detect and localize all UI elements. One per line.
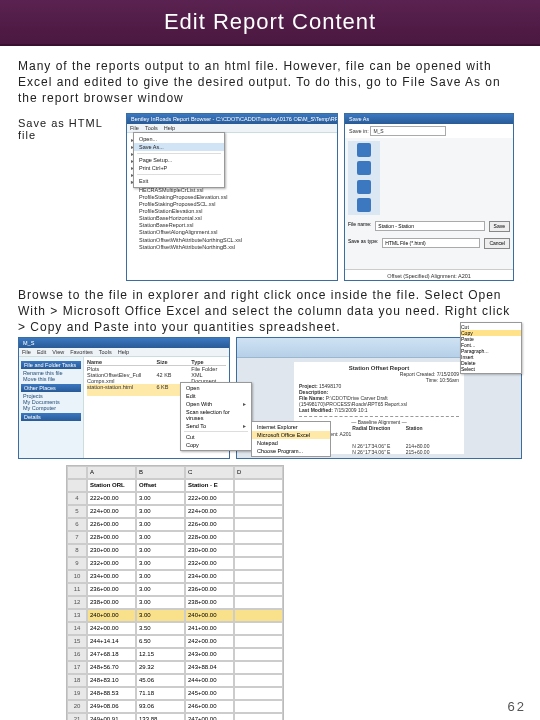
cell-value[interactable]: 236+00.00 [87,583,136,596]
col-header[interactable]: A [87,466,136,479]
col-header[interactable]: C [185,466,234,479]
cell-value[interactable] [234,570,283,583]
cell-value[interactable]: 228+00.00 [185,531,234,544]
cell-value[interactable]: 226+00.00 [87,518,136,531]
cell-value[interactable]: 245+00.00 [185,687,234,700]
cell-value[interactable]: 224+00.00 [185,505,234,518]
menu-file[interactable]: File [130,125,139,131]
menu-item-save-as[interactable]: Save As... [134,143,224,151]
row-number[interactable]: 14 [67,622,87,635]
cell-value[interactable]: 228+00.00 [87,531,136,544]
row-number[interactable]: 15 [67,635,87,648]
row-number[interactable]: 9 [67,557,87,570]
exp-menu-help[interactable]: Help [118,349,129,355]
filename-input[interactable]: Station - Station [375,221,484,231]
type-input[interactable]: HTML File (*.html) [382,238,480,248]
cell-value[interactable]: 3.00 [136,609,185,622]
cell-value[interactable]: 3.00 [136,492,185,505]
cell-value[interactable] [234,557,283,570]
cell-value[interactable]: 248+56.70 [87,661,136,674]
ctx-scan[interactable]: Scan selection for viruses [181,408,251,422]
cell-value[interactable]: 230+00.00 [87,544,136,557]
cell-value[interactable]: 243+00.00 [185,648,234,661]
cell-value[interactable] [234,596,283,609]
cell-value[interactable]: 234+00.00 [185,570,234,583]
file-item[interactable]: StationOffsetElev_Full Comps.xml [87,372,157,384]
cell-value[interactable]: 236+00.00 [185,583,234,596]
save-button[interactable]: Save [489,221,510,232]
file-item-selected[interactable]: station-station.html [87,384,157,396]
tree-leaf[interactable]: ProfileStakingProposedElevation.xsl [139,194,333,201]
cell-value[interactable]: 45.06 [136,674,185,687]
cell-value[interactable] [234,544,283,557]
menu-item-exit[interactable]: Exit [134,177,224,185]
cell-value[interactable]: 226+00.00 [185,518,234,531]
row-number[interactable]: 13 [67,609,87,622]
cell-value[interactable]: 3.50 [136,622,185,635]
place-recent-icon[interactable] [357,143,371,157]
cell-value[interactable]: 3.00 [136,570,185,583]
place-mydocs-icon[interactable] [357,180,371,194]
cell-value[interactable]: 248+88.53 [87,687,136,700]
cell-value[interactable] [234,609,283,622]
row-number[interactable]: 6 [67,518,87,531]
cell-value[interactable]: 93.06 [136,700,185,713]
tree-leaf[interactable]: HECRASMultipleCrList.xsl [139,187,333,194]
menu-tools[interactable]: Tools [145,125,158,131]
lookin-field[interactable]: M_S [370,126,446,136]
openwith-excel[interactable]: Microsoft Office Excel [252,431,330,439]
cell-value[interactable]: 29.32 [136,661,185,674]
col-size[interactable]: Size [157,359,192,365]
cell-value[interactable]: 241+00.00 [185,622,234,635]
place-mycomputer-icon[interactable] [357,198,371,212]
cell-value[interactable]: 71.18 [136,687,185,700]
cell-value[interactable]: 246+00.00 [185,700,234,713]
row-number[interactable]: 19 [67,687,87,700]
col-header[interactable]: B [136,466,185,479]
cell-value[interactable]: 240+00.00 [87,609,136,622]
menu-item-open[interactable]: Open... [134,135,224,143]
cell-value[interactable]: 247+00.00 [185,713,234,720]
row-number[interactable]: 8 [67,544,87,557]
cell-value[interactable]: 3.00 [136,505,185,518]
ctx-cut[interactable]: Cut [181,433,251,441]
cell-value[interactable]: 222+00.00 [87,492,136,505]
cell-value[interactable] [234,583,283,596]
cell-value[interactable]: 3.00 [136,518,185,531]
row-number[interactable]: 5 [67,505,87,518]
tree-leaf[interactable]: StationOffsetAlongAlignment.xsl [139,229,333,236]
menu-item-print[interactable]: Print Ctrl+P [134,164,224,172]
ctx-send-to[interactable]: Send To [181,422,251,430]
cell-value[interactable]: 133.88 [136,713,185,720]
row-number[interactable]: 7 [67,531,87,544]
cell-value[interactable] [234,635,283,648]
sidebar-item[interactable]: Move this file [21,376,81,382]
exp-menu-edit[interactable]: Edit [37,349,46,355]
cell-value[interactable] [234,674,283,687]
cell-value[interactable] [234,505,283,518]
cell-value[interactable] [234,700,283,713]
exp-menu-view[interactable]: View [52,349,64,355]
cell-value[interactable]: 249+00.91 [87,713,136,720]
cell-value[interactable] [234,648,283,661]
menu-help[interactable]: Help [164,125,175,131]
cell-value[interactable]: 243+88.04 [185,661,234,674]
cell-value[interactable]: 232+00.00 [87,557,136,570]
cell-value[interactable] [234,531,283,544]
cell-value[interactable]: 3.00 [136,531,185,544]
tree-leaf[interactable]: StationBaseHorizontal.xsl [139,215,333,222]
cell-value[interactable] [234,687,283,700]
openwith-ie[interactable]: Internet Explorer [252,423,330,431]
cell-value[interactable]: 224+00.00 [87,505,136,518]
cell-value[interactable]: 242+00.00 [87,622,136,635]
exp-menu-fav[interactable]: Favorites [70,349,93,355]
col-name[interactable]: Name [87,359,157,365]
place-desktop-icon[interactable] [357,161,371,175]
row-number[interactable]: 11 [67,583,87,596]
ctx-copy[interactable]: Copy [181,441,251,449]
cell-value[interactable]: 3.00 [136,596,185,609]
row-number[interactable]: 4 [67,492,87,505]
col-header[interactable]: D [234,466,283,479]
cell-value[interactable]: 3.00 [136,544,185,557]
cell-value[interactable]: 230+00.00 [185,544,234,557]
